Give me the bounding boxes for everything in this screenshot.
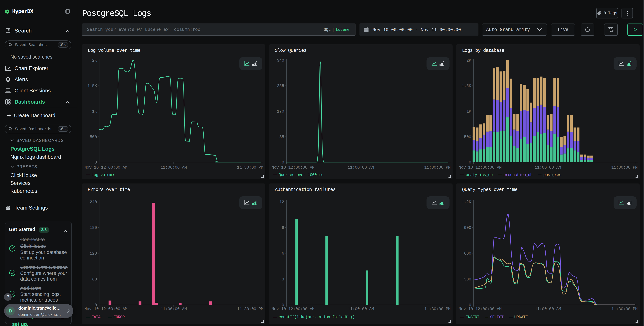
svg-text:12: 12 xyxy=(279,200,284,204)
svg-text:Nov 10 12:00:00 AM: Nov 10 12:00:00 AM xyxy=(272,165,314,170)
svg-text:11:30:00 PM: 11:30:00 PM xyxy=(424,165,450,170)
svg-text:2K: 2K xyxy=(92,58,97,63)
svg-text:Nov 10 12:00:00 AM: Nov 10 12:00:00 AM xyxy=(84,165,127,170)
svg-text:0: 0 xyxy=(282,160,284,165)
svg-text:0: 0 xyxy=(94,160,97,165)
svg-text:11:30:00 PM: 11:30:00 PM xyxy=(611,165,638,170)
svg-text:1K: 1K xyxy=(466,109,471,114)
svg-text:0: 0 xyxy=(469,160,471,165)
svg-text:Nov 10 12:00:00 AM: Nov 10 12:00:00 AM xyxy=(459,307,502,311)
svg-text:600: 600 xyxy=(464,251,471,256)
svg-text:Nov 10 12:00:00 AM: Nov 10 12:00:00 AM xyxy=(459,165,502,170)
svg-text:900: 900 xyxy=(464,225,471,230)
svg-text:11:30:00 PM: 11:30:00 PM xyxy=(424,307,450,311)
svg-text:2K: 2K xyxy=(466,58,471,63)
svg-text:240: 240 xyxy=(90,200,97,204)
svg-text:Nov 10 12:00:00 AM: Nov 10 12:00:00 AM xyxy=(84,307,127,311)
svg-text:11:30:00 PM: 11:30:00 PM xyxy=(237,165,263,170)
svg-text:170: 170 xyxy=(277,109,284,114)
svg-text:60: 60 xyxy=(92,277,97,282)
svg-text:3: 3 xyxy=(282,277,284,282)
svg-text:1.2K: 1.2K xyxy=(462,200,471,204)
svg-text:11:30:00 PM: 11:30:00 PM xyxy=(611,307,638,311)
svg-text:11:00:00 AM: 11:00:00 AM xyxy=(348,307,374,311)
svg-text:11:00:00 AM: 11:00:00 AM xyxy=(160,165,187,170)
svg-text:500: 500 xyxy=(464,135,471,139)
svg-text:85: 85 xyxy=(279,135,284,139)
svg-text:255: 255 xyxy=(277,84,284,88)
svg-text:Nov 10 12:00:00 AM: Nov 10 12:00:00 AM xyxy=(272,307,314,311)
svg-text:11:00:00 AM: 11:00:00 AM xyxy=(535,165,561,170)
svg-text:9: 9 xyxy=(282,225,284,230)
svg-text:6: 6 xyxy=(282,251,284,256)
svg-text:11:00:00 AM: 11:00:00 AM xyxy=(348,165,374,170)
svg-text:11:30:00 PM: 11:30:00 PM xyxy=(237,307,263,311)
svg-text:120: 120 xyxy=(90,251,97,256)
svg-text:11:00:00 AM: 11:00:00 AM xyxy=(535,307,561,311)
svg-text:11:00:00 AM: 11:00:00 AM xyxy=(160,307,187,311)
svg-text:340: 340 xyxy=(277,58,284,63)
svg-text:300: 300 xyxy=(464,277,471,282)
svg-text:1.5K: 1.5K xyxy=(87,84,97,88)
svg-text:1K: 1K xyxy=(92,109,97,114)
svg-text:1.5K: 1.5K xyxy=(462,84,471,88)
svg-text:180: 180 xyxy=(90,225,97,230)
svg-text:500: 500 xyxy=(90,135,97,139)
